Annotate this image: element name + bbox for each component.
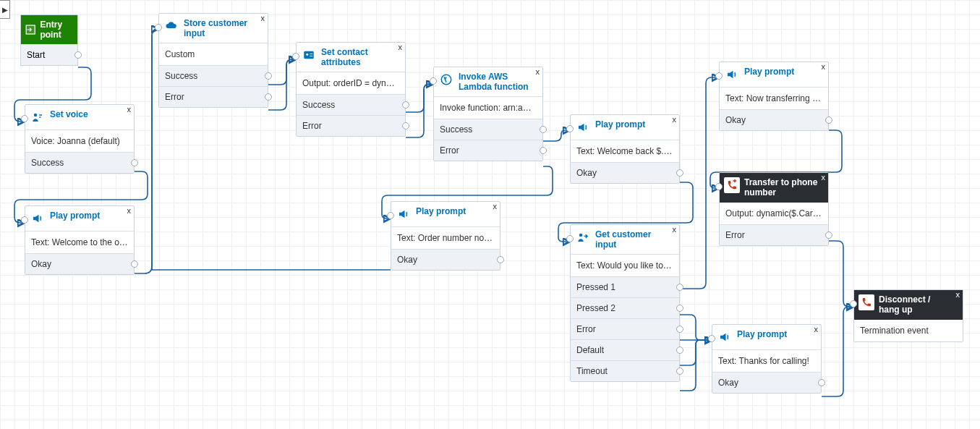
- row-success[interactable]: Success: [25, 152, 134, 173]
- speaker-icon: [717, 329, 733, 345]
- output-port[interactable]: [402, 122, 409, 129]
- expand-handle[interactable]: ▶: [0, 0, 10, 19]
- close-icon[interactable]: x: [956, 291, 960, 299]
- input-port[interactable]: [21, 216, 28, 224]
- row-default[interactable]: Default: [571, 339, 679, 360]
- close-icon[interactable]: x: [673, 116, 677, 124]
- input-port[interactable]: [708, 335, 715, 342]
- speaker-icon: [396, 206, 412, 222]
- row-pressed-1[interactable]: Pressed 1: [571, 276, 679, 297]
- entry-start-row[interactable]: Start: [21, 44, 77, 65]
- row-pressed-2[interactable]: Pressed 2: [571, 297, 679, 318]
- close-icon[interactable]: x: [127, 207, 132, 215]
- output-port[interactable]: [818, 379, 825, 386]
- output-port[interactable]: [676, 326, 683, 333]
- row-error[interactable]: Error: [720, 224, 828, 245]
- play-prompt-welcome-block[interactable]: x Play prompt Text: Welcome to the order…: [25, 205, 135, 275]
- set-voice-block[interactable]: x Set voice Voice: Joanna (default) Succ…: [25, 104, 135, 174]
- output-port[interactable]: [676, 169, 683, 177]
- output-port[interactable]: [676, 347, 683, 354]
- block-detail: Text: Would you like to get ...: [571, 255, 679, 276]
- row-error[interactable]: Error: [571, 318, 679, 339]
- row-error[interactable]: Error: [434, 140, 542, 161]
- row-okay[interactable]: Okay: [720, 109, 828, 130]
- row-success[interactable]: Success: [297, 94, 405, 115]
- block-title: Disconnect / hang up: [879, 294, 953, 315]
- output-port[interactable]: [825, 232, 832, 239]
- input-port[interactable]: [155, 24, 162, 31]
- row-okay[interactable]: Okay: [25, 253, 134, 274]
- block-title: Play prompt: [416, 206, 466, 216]
- row-error[interactable]: Error: [159, 86, 268, 107]
- close-icon[interactable]: x: [673, 226, 677, 234]
- input-port[interactable]: [566, 125, 574, 132]
- output-port[interactable]: [131, 159, 138, 166]
- speaker-icon: [30, 211, 46, 226]
- row-okay[interactable]: Okay: [712, 372, 821, 393]
- block-title: Get customer input: [595, 229, 669, 250]
- block-detail: Voice: Joanna (default): [25, 130, 134, 152]
- output-port[interactable]: [676, 284, 683, 291]
- output-port[interactable]: [497, 256, 504, 263]
- close-icon[interactable]: x: [822, 63, 826, 71]
- block-detail: Termination event: [854, 320, 963, 341]
- input-port[interactable]: [292, 53, 299, 60]
- output-port[interactable]: [825, 116, 832, 124]
- close-icon[interactable]: x: [822, 174, 826, 182]
- get-customer-input-block[interactable]: x Get customer input Text: Would you lik…: [570, 224, 680, 382]
- store-customer-input-block[interactable]: x Store customer input Custom Success Er…: [158, 13, 268, 108]
- output-port[interactable]: [131, 260, 138, 268]
- close-icon[interactable]: x: [261, 14, 265, 22]
- svg-rect-3: [304, 51, 314, 59]
- row-okay[interactable]: Okay: [571, 162, 679, 183]
- input-port[interactable]: [430, 77, 437, 85]
- close-icon[interactable]: x: [814, 326, 819, 334]
- output-port[interactable]: [676, 368, 683, 375]
- output-port[interactable]: [540, 126, 547, 133]
- block-detail: Text: Welcome back $.Exter...: [571, 140, 679, 162]
- input-port[interactable]: [566, 235, 574, 242]
- close-icon[interactable]: x: [399, 43, 403, 51]
- input-port[interactable]: [21, 115, 28, 122]
- lambda-icon: [438, 72, 454, 88]
- disconnect-block[interactable]: x Disconnect / hang up Termination event: [853, 289, 963, 342]
- hangup-icon: [858, 294, 874, 310]
- input-port[interactable]: [715, 183, 723, 190]
- output-port[interactable]: [265, 93, 272, 101]
- input-port[interactable]: [387, 212, 394, 219]
- play-prompt-transferring-block[interactable]: x Play prompt Text: Now transferring you…: [719, 61, 829, 131]
- block-title: Set voice: [50, 109, 88, 119]
- close-icon[interactable]: x: [493, 203, 498, 211]
- contact-card-icon: [301, 47, 317, 63]
- transfer-phone-block[interactable]: x Transfer to phone number Output: dynam…: [719, 172, 829, 246]
- row-error[interactable]: Error: [297, 115, 405, 136]
- output-port[interactable]: [402, 101, 409, 109]
- play-prompt-welcomeback-block[interactable]: x Play prompt Text: Welcome back $.Exter…: [570, 114, 680, 184]
- input-port[interactable]: [715, 72, 723, 80]
- play-prompt-notfound-block[interactable]: x Play prompt Text: Order number not fo.…: [391, 201, 500, 271]
- block-detail: Text: Welcome to the order...: [25, 232, 134, 253]
- row-success[interactable]: Success: [434, 119, 542, 140]
- entry-point-block[interactable]: Entry point Start: [20, 14, 78, 66]
- output-port[interactable]: [540, 147, 547, 154]
- output-port[interactable]: [676, 305, 683, 312]
- block-detail: Invoke function: arn:aws:la...: [434, 97, 542, 119]
- row-okay[interactable]: Okay: [391, 249, 500, 270]
- block-title: Play prompt: [744, 67, 794, 77]
- input-port[interactable]: [850, 300, 857, 307]
- close-icon[interactable]: x: [127, 106, 132, 114]
- invoke-lambda-block[interactable]: x Invoke AWS Lambda function Invoke func…: [433, 67, 543, 161]
- close-icon[interactable]: x: [536, 68, 540, 76]
- output-port[interactable]: [74, 51, 82, 59]
- block-title: Store customer input: [184, 18, 257, 38]
- block-title: Transfer to phone number: [744, 177, 818, 197]
- block-title: Play prompt: [50, 211, 100, 221]
- block-detail: Output: dynamic($.Carrier...: [720, 203, 828, 224]
- output-port[interactable]: [265, 72, 272, 80]
- cloud-upload-icon: [163, 18, 179, 34]
- play-prompt-thanks-block[interactable]: x Play prompt Text: Thanks for calling! …: [712, 324, 822, 394]
- row-success[interactable]: Success: [159, 65, 268, 86]
- block-detail: Text: Thanks for calling!: [712, 350, 821, 372]
- set-contact-attributes-block[interactable]: x Set contact attributes Output: orderID…: [296, 42, 406, 137]
- row-timeout[interactable]: Timeout: [571, 360, 679, 381]
